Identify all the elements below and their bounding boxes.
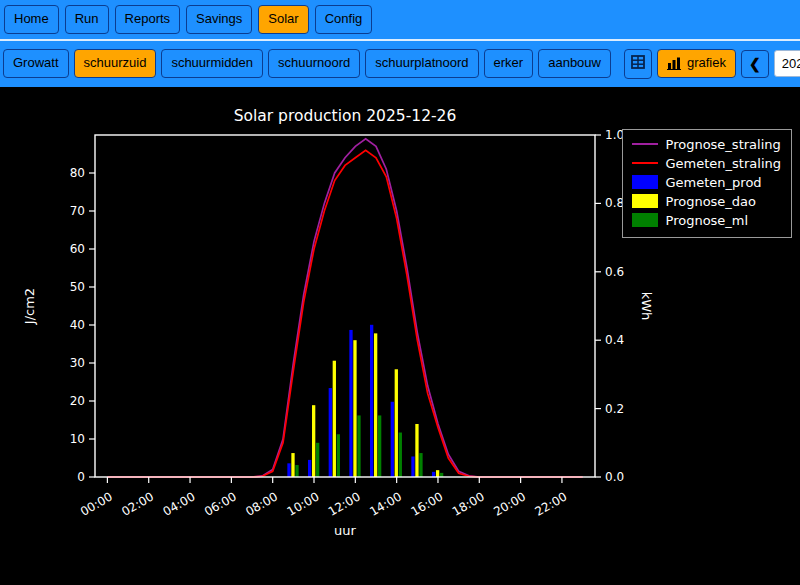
y-right-tick-label: 0.0 bbox=[605, 470, 624, 484]
bar-Prognose_ml bbox=[316, 443, 319, 477]
bar-Gemeten_prod bbox=[287, 463, 290, 477]
x-tick-label: 06:00 bbox=[202, 489, 239, 518]
bar-Gemeten_prod bbox=[349, 330, 352, 477]
x-tick-label: 12:00 bbox=[326, 489, 363, 518]
chart-legend: Prognose_stralingGemeten_stralingGemeten… bbox=[622, 129, 792, 238]
bar-chart-icon bbox=[667, 57, 681, 70]
y-left-tick-label: 10 bbox=[70, 432, 85, 446]
plant-button-growatt[interactable]: Growatt bbox=[3, 49, 69, 78]
x-tick-label: 00:00 bbox=[78, 489, 115, 518]
table-grid-icon bbox=[631, 55, 645, 69]
y-right-tick-label: 0.2 bbox=[605, 401, 624, 415]
plant-button-schuurmidden[interactable]: schuurmidden bbox=[161, 49, 263, 78]
grafiek-label: grafiek bbox=[687, 56, 726, 71]
bar-Prognose_dao bbox=[374, 333, 377, 477]
chart-area: Solar production 2025-12-260102030405060… bbox=[0, 87, 800, 585]
bar-Prognose_ml bbox=[419, 453, 422, 477]
nav-tab-run[interactable]: Run bbox=[65, 5, 109, 34]
prev-date-button[interactable]: ❮ bbox=[741, 50, 769, 78]
plant-button-erker[interactable]: erker bbox=[484, 49, 534, 78]
x-tick-label: 18:00 bbox=[450, 489, 487, 518]
x-tick-label: 10:00 bbox=[285, 489, 322, 518]
bar-Gemeten_prod bbox=[411, 456, 414, 477]
x-tick-label: 02:00 bbox=[119, 489, 156, 518]
y-left-tick-label: 0 bbox=[77, 470, 85, 484]
x-tick-label: 20:00 bbox=[491, 489, 528, 518]
bar-Gemeten_prod bbox=[432, 472, 435, 477]
legend-line-sample bbox=[632, 162, 658, 164]
table-view-button[interactable] bbox=[624, 49, 652, 79]
bar-Prognose_dao bbox=[291, 453, 294, 477]
legend-item: Gemeten_prod bbox=[632, 175, 781, 190]
y-right-tick-label: 0.6 bbox=[605, 265, 624, 279]
nav-tab-reports[interactable]: Reports bbox=[115, 5, 181, 34]
legend-label: Prognose_straling bbox=[666, 137, 781, 152]
x-tick-label: 04:00 bbox=[161, 489, 198, 518]
x-tick-label: 14:00 bbox=[367, 489, 404, 518]
bar-Prognose_ml bbox=[399, 432, 402, 476]
app: { "nav": { "items": [ {"label": "Home", … bbox=[0, 0, 800, 585]
x-axis-label: uur bbox=[334, 523, 356, 538]
plant-button-schuurzuid[interactable]: schuurzuid bbox=[74, 49, 157, 78]
legend-patch-sample bbox=[632, 213, 658, 227]
bar-Prognose_dao bbox=[312, 405, 315, 477]
y-right-axis-label: kWh bbox=[639, 292, 654, 321]
x-tick-label: 08:00 bbox=[243, 489, 280, 518]
plot-frame bbox=[95, 135, 595, 477]
y-left-tick-label: 30 bbox=[70, 356, 85, 370]
line-Gemeten_straling bbox=[107, 150, 582, 477]
bar-Prognose_dao bbox=[415, 424, 418, 477]
solar-toolbar: Growatt schuurzuid schuurmidden schuurno… bbox=[0, 41, 800, 87]
x-tick-label: 22:00 bbox=[532, 489, 569, 518]
date-input[interactable] bbox=[774, 50, 800, 77]
legend-label: Gemeten_straling bbox=[666, 156, 781, 171]
legend-label: Gemeten_prod bbox=[666, 175, 762, 190]
bar-Prognose_dao bbox=[395, 369, 398, 477]
bar-Prognose_dao bbox=[353, 340, 356, 477]
chart-title: Solar production 2025-12-26 bbox=[234, 107, 457, 125]
bar-Prognose_ml bbox=[295, 465, 298, 477]
bar-Gemeten_prod bbox=[391, 402, 394, 477]
legend-patch-sample bbox=[632, 175, 658, 189]
legend-item: Prognose_ml bbox=[632, 213, 781, 228]
plant-button-schuurplatnoord[interactable]: schuurplatnoord bbox=[365, 49, 478, 78]
nav-tab-savings[interactable]: Savings bbox=[186, 5, 252, 34]
legend-item: Prognose_dao bbox=[632, 194, 781, 209]
y-left-axis-label: J/cm2 bbox=[22, 288, 37, 325]
y-right-tick-label: 0.4 bbox=[605, 333, 624, 347]
legend-item: Prognose_straling bbox=[632, 137, 781, 152]
nav-tab-config[interactable]: Config bbox=[315, 5, 373, 34]
y-left-tick-label: 20 bbox=[70, 394, 85, 408]
bar-Prognose_dao bbox=[436, 470, 439, 477]
y-left-tick-label: 70 bbox=[70, 204, 85, 218]
legend-label: Prognose_ml bbox=[666, 213, 749, 228]
x-tick-label: 16:00 bbox=[409, 489, 446, 518]
main-nav: Home Run Reports Savings Solar Config bbox=[0, 0, 800, 41]
nav-tab-solar[interactable]: Solar bbox=[258, 5, 308, 34]
bar-Gemeten_prod bbox=[308, 460, 311, 477]
legend-label: Prognose_dao bbox=[666, 194, 757, 209]
line-Prognose_straling bbox=[107, 139, 582, 477]
bar-Prognose_dao bbox=[333, 361, 336, 477]
y-left-tick-label: 60 bbox=[70, 242, 85, 256]
bar-Prognose_ml bbox=[337, 434, 340, 477]
legend-line-sample bbox=[632, 143, 658, 145]
plant-button-aanbouw[interactable]: aanbouw bbox=[538, 49, 611, 78]
y-left-tick-label: 80 bbox=[70, 166, 85, 180]
grafiek-button[interactable]: grafiek bbox=[657, 49, 736, 78]
bar-Prognose_ml bbox=[357, 415, 360, 477]
bar-Gemeten_prod bbox=[329, 388, 332, 477]
bar-Prognose_ml bbox=[378, 415, 381, 477]
nav-tab-home[interactable]: Home bbox=[4, 5, 59, 34]
y-left-tick-label: 50 bbox=[70, 280, 85, 294]
legend-patch-sample bbox=[632, 194, 658, 208]
y-left-tick-label: 40 bbox=[70, 318, 85, 332]
plant-button-schuurnoord[interactable]: schuurnoord bbox=[268, 49, 360, 78]
legend-item: Gemeten_straling bbox=[632, 156, 781, 171]
bar-Gemeten_prod bbox=[370, 325, 373, 477]
